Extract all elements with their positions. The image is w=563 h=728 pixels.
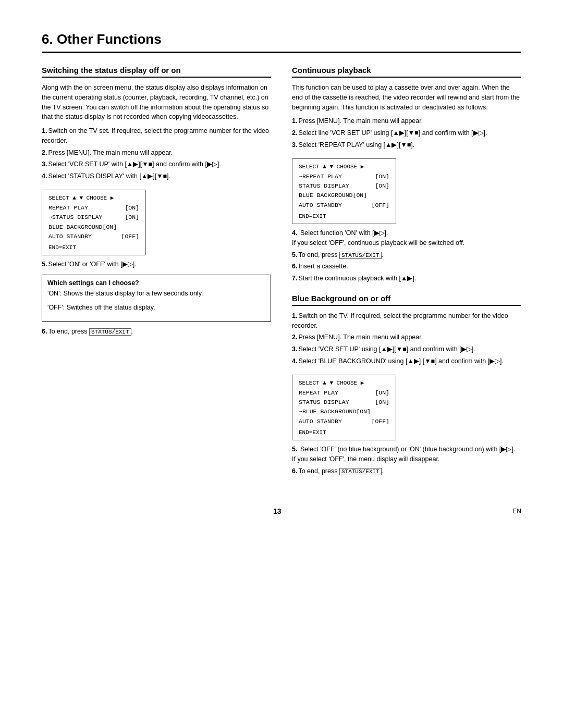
left-column: Switching the status display off or on A… bbox=[42, 66, 271, 486]
b-step-2: Press [MENU]. The main menu will appear. bbox=[292, 332, 521, 342]
menu-item-status-selected: →STATUS DISPLAY[ON] bbox=[48, 213, 139, 222]
menu-item-blue-bg: BLUE BACKGROUND[ON] bbox=[48, 223, 139, 232]
status-exit-key-3: STATUS/EXIT bbox=[339, 468, 382, 475]
c-step-4: Select function 'ON' with [▶▷]. If you s… bbox=[292, 228, 521, 248]
step-3: Select 'VCR SET UP' with [▲▶][▼■] and co… bbox=[42, 159, 271, 169]
menu-item-repeat: REPEAT PLAY[ON] bbox=[48, 203, 139, 213]
section-status-display: Switching the status display off or on A… bbox=[42, 66, 271, 336]
blue-menu-blue-selected: →BLUE BACKGROUND[ON] bbox=[299, 407, 389, 416]
info-box-title: Which settings can I choose? bbox=[47, 279, 265, 287]
step-1: Switch on the TV set. If required, selec… bbox=[42, 126, 271, 146]
blue-menu-header: SELECT ▲ ▼ CHOOSE ▶ bbox=[299, 379, 389, 386]
blue-menu-footer: END=EXIT bbox=[299, 429, 389, 436]
right-column: Continuous playback This function can be… bbox=[292, 66, 521, 486]
blue-menu-auto-standby: AUTO STANDBY[OFF] bbox=[299, 417, 389, 426]
section-status-intro: Along with the on screen menu, the statu… bbox=[42, 83, 271, 122]
info-box-settings: Which settings can I choose? 'ON': Shows… bbox=[42, 275, 271, 322]
section-continuous-playback: Continuous playback This function can be… bbox=[292, 66, 521, 283]
b-step-1: Switch on the TV. If required, select th… bbox=[292, 311, 521, 331]
continuous-steps: Press [MENU]. The main menu will appear.… bbox=[292, 116, 521, 150]
section-status-steps: Switch on the TV set. If required, selec… bbox=[42, 126, 271, 181]
b-step-5: Select 'OFF' (no blue background) or 'ON… bbox=[292, 445, 521, 464]
step-4: Select 'STATUS DISPLAY' with [▲▶][▼■]. bbox=[42, 171, 271, 181]
blue-steps: Switch on the TV. If required, select th… bbox=[292, 311, 521, 366]
b-step-3: Select 'VCR SET UP' using [▲▶][▼■] and c… bbox=[292, 344, 521, 354]
info-line-on: 'ON': Shows the status display for a few… bbox=[47, 289, 265, 299]
menu-box-status: SELECT ▲ ▼ CHOOSE ▶ REPEAT PLAY[ON] →STA… bbox=[42, 190, 146, 256]
cont-steps-after: Select function 'ON' with [▶▷]. If you s… bbox=[292, 228, 521, 283]
c-step-6: Insert a cassette. bbox=[292, 262, 521, 272]
menu-item-auto-standby: AUTO STANDBY[OFF] bbox=[48, 232, 139, 241]
blue-menu-status: STATUS DISPLAY[ON] bbox=[299, 398, 389, 407]
locale-label: EN bbox=[512, 508, 521, 515]
cont-menu-footer: END=EXIT bbox=[299, 213, 389, 219]
c-step-3: Select 'REPEAT PLAY' using [▲▶][▼■]. bbox=[292, 140, 521, 150]
b-step-6: To end, press STATUS/EXIT. bbox=[292, 466, 521, 476]
blue-steps-after: Select 'OFF' (no blue background) or 'ON… bbox=[292, 445, 521, 476]
info-line-off: 'OFF': Switches off the status display. bbox=[47, 303, 265, 313]
cont-menu-blue-bg: BLUE BACKGROUND[ON] bbox=[299, 191, 389, 200]
page-number: 13 bbox=[42, 507, 512, 515]
c-step-2: Select line 'VCR SET UP' using [▲▶][▼■] … bbox=[292, 128, 521, 138]
step-5: Select 'ON' or 'OFF' with [▶▷]. bbox=[42, 260, 271, 269]
menu-box-continuous: SELECT ▲ ▼ CHOOSE ▶ →REPEAT PLAY[ON] STA… bbox=[292, 158, 396, 225]
cont-menu-auto-standby: AUTO STANDBY[OFF] bbox=[299, 201, 389, 210]
section-blue-title: Blue Background on or off bbox=[292, 294, 521, 306]
menu-header: SELECT ▲ ▼ CHOOSE ▶ bbox=[48, 194, 139, 201]
section-continuous-title: Continuous playback bbox=[292, 66, 521, 78]
c-step-7: Start the continuous playback with [▲▶]. bbox=[292, 274, 521, 283]
section-continuous-intro: This function can be used to play a cass… bbox=[292, 83, 521, 112]
step-2: Press [MENU]. The main menu will appear. bbox=[42, 148, 271, 158]
b-step-4: Select 'BLUE BACKGROUND' using [▲▶] [▼■]… bbox=[292, 356, 521, 366]
section-status-title: Switching the status display off or on bbox=[42, 66, 271, 78]
section-blue-background: Blue Background on or off Switch on the … bbox=[292, 294, 521, 476]
menu-footer: END=EXIT bbox=[48, 244, 139, 251]
cont-menu-repeat-selected: →REPEAT PLAY[ON] bbox=[299, 172, 389, 181]
blue-menu-repeat: REPEAT PLAY[ON] bbox=[299, 388, 389, 398]
status-exit-key-2: STATUS/EXIT bbox=[339, 252, 382, 259]
step-6: To end, press STATUS/EXIT. bbox=[42, 327, 271, 337]
menu-box-blue: SELECT ▲ ▼ CHOOSE ▶ REPEAT PLAY[ON] STAT… bbox=[292, 375, 396, 441]
c-step-5: To end, press STATUS/EXIT. bbox=[292, 250, 521, 260]
cont-menu-status: STATUS DISPLAY[ON] bbox=[299, 181, 389, 191]
cont-menu-header: SELECT ▲ ▼ CHOOSE ▶ bbox=[299, 163, 389, 170]
step6-list: To end, press STATUS/EXIT. bbox=[42, 327, 271, 337]
page-title: 6. Other Functions bbox=[42, 31, 521, 53]
status-exit-key: STATUS/EXIT bbox=[89, 328, 131, 336]
step5-list: Select 'ON' or 'OFF' with [▶▷]. bbox=[42, 260, 271, 269]
c-step-1: Press [MENU]. The main menu will appear. bbox=[292, 116, 521, 126]
